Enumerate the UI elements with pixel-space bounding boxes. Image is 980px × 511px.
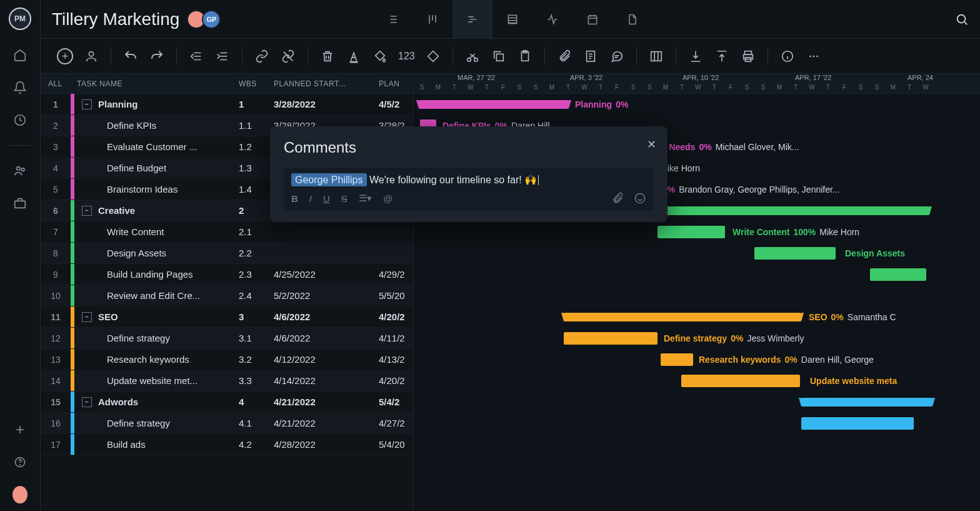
start-date-cell[interactable]: 4/25/2022 [274, 269, 379, 280]
task-name-cell[interactable]: Define KPIs [74, 120, 239, 131]
columns-button[interactable] [648, 48, 664, 64]
gantt-row[interactable]: Design Assets [414, 243, 980, 264]
table-row[interactable]: 7 Write Content 2.1 [41, 221, 413, 243]
end-date-cell[interactable]: 4/20/2 [379, 311, 413, 322]
table-row[interactable]: 15 − Adwords 4 4/21/2022 5/4/2 [41, 392, 413, 413]
end-date-cell[interactable]: 4/29/2 [379, 269, 413, 280]
gantt-bar[interactable] [870, 268, 926, 281]
table-row[interactable]: 10 Review and Edit Cre... 2.4 5/2/2022 5… [41, 285, 413, 306]
table-row[interactable]: 13 Research keywords 3.2 4/12/2022 4/13/… [41, 349, 413, 370]
gantt-bar[interactable] [661, 206, 929, 215]
gantt-bar[interactable] [658, 226, 725, 238]
end-date-cell[interactable]: 4/20/2 [379, 375, 413, 386]
gantt-bar[interactable] [661, 353, 693, 366]
italic-button[interactable]: I [309, 193, 312, 204]
table-row[interactable]: 11 − SEO 3 4/6/2022 4/20/2 [41, 306, 413, 328]
list-view-icon[interactable] [372, 0, 412, 39]
end-date-cell[interactable]: 5/4/20 [379, 439, 413, 450]
attachment-button[interactable] [556, 48, 572, 64]
start-date-cell[interactable]: 4/21/2022 [274, 397, 379, 407]
board-view-icon[interactable] [412, 0, 452, 39]
task-name-cell[interactable]: Brainstorm Ideas [74, 184, 239, 195]
close-icon[interactable]: ✕ [647, 138, 656, 151]
emoji-icon[interactable] [634, 192, 646, 205]
assign-button[interactable] [83, 48, 99, 64]
avatar[interactable]: GP [202, 10, 221, 29]
start-date-cell[interactable]: 4/28/2022 [274, 439, 379, 450]
task-name-cell[interactable]: Define strategy [74, 418, 239, 428]
collapse-toggle[interactable]: − [82, 312, 92, 322]
more-button[interactable] [806, 48, 822, 64]
help-icon[interactable] [12, 455, 28, 470]
gantt-row[interactable]: Planning0% [414, 94, 980, 115]
text-color-button[interactable] [346, 48, 362, 64]
column-header-name[interactable]: TASK NAME [71, 79, 239, 88]
indent-button[interactable] [214, 48, 231, 64]
gantt-row[interactable]: Define strategy0%Jess Wimberly [414, 328, 980, 349]
list-button[interactable]: ☰▾ [359, 193, 372, 204]
sheet-view-icon[interactable] [492, 0, 532, 39]
copy-button[interactable] [491, 48, 507, 64]
table-row[interactable]: 9 Build Landing Pages 2.3 4/25/2022 4/29… [41, 264, 413, 285]
gantt-row[interactable] [414, 264, 980, 285]
start-date-cell[interactable]: 4/21/2022 [274, 418, 379, 428]
notifications-icon[interactable] [12, 80, 28, 95]
team-icon[interactable] [12, 163, 28, 178]
comment-input[interactable]: George Phillips We're following our time… [284, 168, 654, 211]
column-header-end[interactable]: PLAN [379, 79, 413, 88]
notes-button[interactable] [582, 48, 599, 64]
end-date-cell[interactable]: 4/13/2 [379, 354, 413, 365]
table-row[interactable]: 14 Update website met... 3.3 4/14/2022 4… [41, 370, 413, 392]
end-date-cell[interactable]: 5/4/2 [379, 397, 413, 407]
column-header-all[interactable]: ALL [41, 79, 71, 88]
table-row[interactable]: 8 Design Assets 2.2 [41, 243, 413, 264]
search-icon[interactable] [955, 13, 969, 26]
user-avatar[interactable] [12, 487, 28, 502]
start-date-cell[interactable]: 4/6/2022 [274, 333, 379, 343]
task-name-cell[interactable]: Review and Edit Cre... [74, 290, 239, 301]
column-header-wbs[interactable]: WBS [239, 79, 274, 88]
milestone-button[interactable] [425, 48, 441, 64]
gantt-row[interactable]: Research keywords0%Daren Hill, George [414, 349, 980, 370]
gantt-bar[interactable] [681, 375, 800, 387]
info-button[interactable] [779, 48, 796, 64]
home-icon[interactable] [12, 48, 28, 63]
collapse-toggle[interactable]: − [82, 397, 92, 407]
fill-color-button[interactable] [372, 48, 388, 64]
gantt-bar[interactable] [564, 332, 658, 345]
table-row[interactable]: 12 Define strategy 3.1 4/6/2022 4/11/2 [41, 328, 413, 349]
gantt-row[interactable] [414, 285, 980, 306]
end-date-cell[interactable]: 4/27/2 [379, 418, 413, 428]
paste-button[interactable] [517, 48, 533, 64]
gantt-row[interactable]: Update website meta [414, 370, 980, 392]
task-name-cell[interactable]: Define Budget [74, 163, 239, 173]
task-name-cell[interactable]: − Adwords [74, 397, 239, 407]
task-name-cell[interactable]: Build ads [74, 439, 239, 450]
task-name-cell[interactable]: Define strategy [74, 333, 239, 343]
cut-button[interactable] [464, 48, 481, 64]
gantt-bar[interactable] [754, 247, 836, 260]
gantt-chart[interactable]: MAR, 27 '22APR, 3 '22APR, 10 '22APR, 17 … [414, 74, 980, 511]
add-task-button[interactable]: + [57, 48, 73, 64]
mention-chip[interactable]: George Phillips [291, 173, 367, 186]
column-header-start[interactable]: PLANNED START... [274, 79, 379, 88]
task-name-cell[interactable]: Build Landing Pages [74, 269, 239, 280]
collapse-toggle[interactable]: − [82, 99, 92, 109]
gantt-row[interactable]: Write Content100%Mike Horn [414, 221, 980, 243]
end-date-cell[interactable]: 5/5/20 [379, 290, 413, 301]
gantt-bar[interactable] [801, 417, 914, 430]
gantt-bar[interactable] [419, 100, 569, 109]
unlink-button[interactable] [280, 48, 296, 64]
start-date-cell[interactable]: 4/12/2022 [274, 354, 379, 365]
gantt-view-icon[interactable] [452, 0, 492, 39]
table-row[interactable]: 17 Build ads 4.2 4/28/2022 5/4/20 [41, 434, 413, 455]
file-view-icon[interactable] [612, 0, 652, 39]
start-date-cell[interactable]: 3/28/2022 [274, 99, 379, 109]
task-name-cell[interactable]: − SEO [74, 311, 239, 322]
task-name-cell[interactable]: Write Content [74, 226, 239, 237]
end-date-cell[interactable]: 4/5/2 [379, 99, 413, 109]
strike-button[interactable]: S [341, 193, 348, 204]
gantt-bar[interactable] [801, 398, 932, 407]
undo-button[interactable] [122, 48, 139, 64]
start-date-cell[interactable]: 5/2/2022 [274, 290, 379, 301]
